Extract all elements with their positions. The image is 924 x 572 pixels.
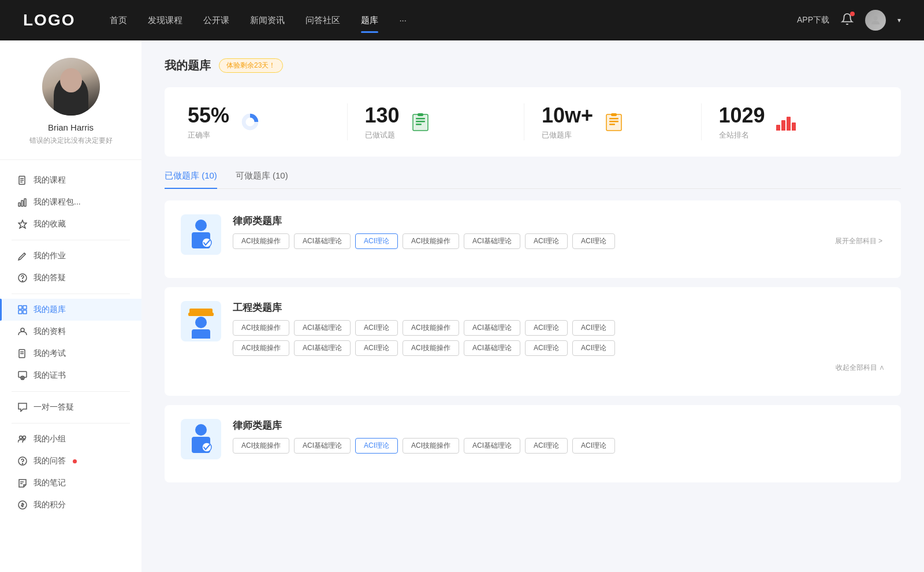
user-avatar[interactable] <box>865 10 886 31</box>
tag-0-2[interactable]: ACI理论 <box>355 233 398 249</box>
menu-divider-4 <box>12 294 130 294</box>
sidebar-item-9[interactable]: 一对一答疑 <box>0 396 141 418</box>
tag-2-4[interactable]: ACI基础理论 <box>464 438 520 454</box>
sidebar-item-11[interactable]: 我的问答 <box>0 450 141 472</box>
expand-link-0[interactable]: 展开全部科目 > <box>835 236 885 246</box>
nav-link-新闻资讯[interactable]: 新闻资讯 <box>250 13 285 28</box>
tag-r2-1-6[interactable]: ACI理论 <box>572 340 615 356</box>
sidebar: Brian Harris 错误的决定比没有决定要好 我的课程我的课程包...我的… <box>0 40 141 572</box>
app-download-link[interactable]: APP下载 <box>797 15 829 25</box>
tag-0-1[interactable]: ACI基础理论 <box>294 233 351 249</box>
sidebar-item-7[interactable]: 我的考试 <box>0 343 141 365</box>
tag-0-0[interactable]: ACI技能操作 <box>233 233 289 249</box>
tag-1-4[interactable]: ACI基础理论 <box>464 320 520 336</box>
profile-motto: 错误的决定比没有决定要好 <box>29 136 113 146</box>
tag-1-1[interactable]: ACI基础理论 <box>294 320 351 336</box>
svg-point-49 <box>195 317 207 328</box>
nav-link-发现课程[interactable]: 发现课程 <box>148 13 182 28</box>
svg-rect-32 <box>413 114 428 131</box>
tag-1-5[interactable]: ACI理论 <box>525 320 568 336</box>
notification-badge <box>850 12 855 16</box>
user-icon <box>17 326 28 337</box>
svg-point-44 <box>195 220 207 231</box>
nav-link-问答社区[interactable]: 问答社区 <box>305 13 340 28</box>
sidebar-item-3[interactable]: 我的作业 <box>0 245 141 267</box>
menu-item-label-6: 我的资料 <box>33 326 66 337</box>
grid-icon <box>17 304 28 315</box>
sidebar-item-13[interactable]: 我的积分 <box>0 494 141 516</box>
qbank-section-2: 律师类题库ACI技能操作ACI基础理论ACI理论ACI技能操作ACI基础理论AC… <box>165 405 901 482</box>
menu-item-label-10: 我的小组 <box>33 434 66 444</box>
svg-point-23 <box>20 436 23 439</box>
svg-rect-48 <box>188 313 214 316</box>
tag-2-0[interactable]: ACI技能操作 <box>233 438 289 454</box>
tab-done[interactable]: 已做题库 (10) <box>165 170 217 188</box>
sidebar-item-10[interactable]: 我的小组 <box>0 428 141 450</box>
main-layout: Brian Harris 错误的决定比没有决定要好 我的课程我的课程包...我的… <box>0 40 924 572</box>
bar-chart-icon <box>776 113 796 131</box>
engineer-bank-icon-1 <box>181 301 221 341</box>
stats-card: 55% 正确率 130 已做试题 <box>165 87 901 157</box>
tag-r2-1-4[interactable]: ACI基础理论 <box>464 340 520 356</box>
tabs: 已做题库 (10) 可做题库 (10) <box>165 170 901 189</box>
sidebar-item-2[interactable]: 我的收藏 <box>0 213 141 235</box>
collapse-link-1[interactable]: 收起全部科目 ∧ <box>836 363 885 373</box>
edit-icon <box>17 251 28 261</box>
tag-0-6[interactable]: ACI理论 <box>572 233 615 249</box>
tag-r2-1-0[interactable]: ACI技能操作 <box>233 340 289 356</box>
qbank-title-2: 律师类题库 <box>233 419 885 432</box>
sidebar-item-8[interactable]: 我的证书 <box>0 365 141 387</box>
tag-1-3[interactable]: ACI技能操作 <box>403 320 459 336</box>
sidebar-item-5[interactable]: 我的题库 <box>0 299 141 321</box>
nav-link-题库[interactable]: 题库 <box>361 13 378 28</box>
tag-0-4[interactable]: ACI基础理论 <box>464 233 520 249</box>
tag-r2-1-3[interactable]: ACI技能操作 <box>403 340 459 356</box>
tag-0-3[interactable]: ACI技能操作 <box>403 233 459 249</box>
nav-link-首页[interactable]: 首页 <box>110 13 127 28</box>
svg-rect-42 <box>609 124 615 125</box>
tag-2-1[interactable]: ACI基础理论 <box>294 438 351 454</box>
sidebar-item-4[interactable]: 我的答疑 <box>0 267 141 289</box>
points-icon <box>17 500 28 510</box>
tag-r2-1-5[interactable]: ACI理论 <box>525 340 568 356</box>
tag-1-0[interactable]: ACI技能操作 <box>233 320 289 336</box>
svg-rect-6 <box>21 200 23 206</box>
engineer-svg-icon <box>186 304 216 339</box>
tag-1-6[interactable]: ACI理论 <box>572 320 615 336</box>
sidebar-item-12[interactable]: 我的笔记 <box>0 472 141 494</box>
tag-2-3[interactable]: ACI技能操作 <box>403 438 459 454</box>
svg-rect-36 <box>416 124 422 125</box>
menu-item-label-7: 我的考试 <box>33 348 66 359</box>
lawyer-svg-icon <box>186 217 216 252</box>
tag-0-5[interactable]: ACI理论 <box>525 233 568 249</box>
avatar <box>42 58 100 116</box>
note-icon <box>17 478 28 488</box>
svg-rect-5 <box>18 203 20 206</box>
nav-link-公开课[interactable]: 公开课 <box>203 13 229 28</box>
tag-r2-1-1[interactable]: ACI基础理论 <box>294 340 351 356</box>
sidebar-item-6[interactable]: 我的资料 <box>0 321 141 343</box>
tab-available[interactable]: 可做题库 (10) <box>236 170 288 188</box>
sidebar-item-1[interactable]: 我的课程包... <box>0 191 141 213</box>
done-banks-icon <box>602 110 625 133</box>
menu-item-label-1: 我的课程包... <box>33 197 81 207</box>
nav-link-···[interactable]: ··· <box>399 13 407 28</box>
tag-2-2[interactable]: ACI理论 <box>355 438 398 454</box>
user-menu-chevron[interactable]: ▾ <box>897 16 901 24</box>
menu-badge-11 <box>73 459 77 463</box>
tag-2-6[interactable]: ACI理论 <box>572 438 615 454</box>
svg-rect-37 <box>418 113 423 116</box>
tag-2-5[interactable]: ACI理论 <box>525 438 568 454</box>
sidebar-item-0[interactable]: 我的课程 <box>0 169 141 191</box>
svg-rect-13 <box>18 310 22 314</box>
svg-rect-12 <box>23 306 27 309</box>
menu-item-label-12: 我的笔记 <box>33 478 66 488</box>
stat-accuracy-number: 55% <box>188 103 229 128</box>
notification-bell[interactable] <box>841 13 854 28</box>
svg-rect-38 <box>606 114 621 131</box>
sidebar-profile: Brian Harris 错误的决定比没有决定要好 <box>0 58 141 160</box>
tag-1-2[interactable]: ACI理论 <box>355 320 398 336</box>
nav-logo[interactable]: LOGO <box>23 11 75 29</box>
tag-r2-1-2[interactable]: ACI理论 <box>355 340 398 356</box>
sidebar-menu: 我的课程我的课程包...我的收藏我的作业我的答疑我的题库我的资料我的考试我的证书… <box>0 160 141 525</box>
